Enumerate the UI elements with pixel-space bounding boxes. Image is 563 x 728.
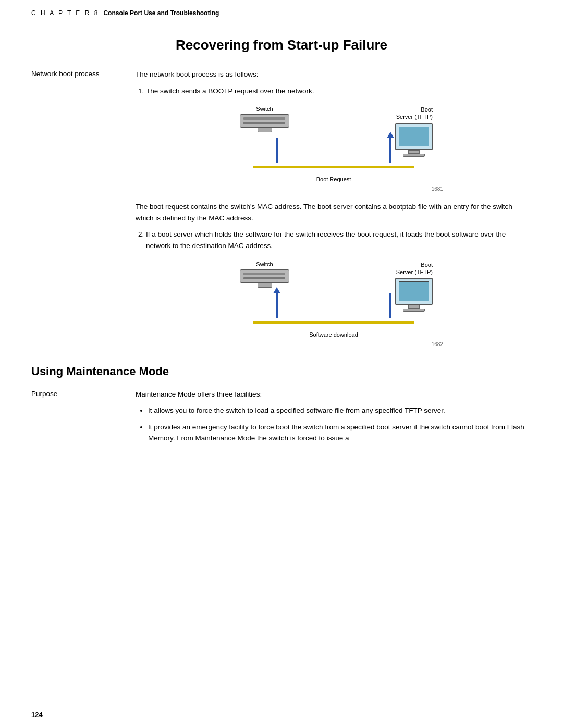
- bullet-1: It allows you to force the switch to loa…: [148, 405, 532, 416]
- purpose-label: Purpose: [31, 389, 136, 449]
- steps-list-2: If a boot server which holds the softwar…: [146, 229, 532, 251]
- purpose-section: Purpose Maintenance Mode offers three fa…: [31, 389, 532, 449]
- diagram2-caption: Software download: [309, 331, 358, 338]
- steps-list: The switch sends a BOOTP request over th…: [146, 85, 532, 97]
- diagram1-yellow-line: [253, 166, 414, 168]
- purpose-intro: Maintenance Mode offers three facilities…: [136, 389, 532, 400]
- diagram1-caption: Boot Request: [316, 176, 351, 182]
- network-boot-intro: The network boot process is as follows:: [136, 69, 532, 80]
- diagram1-right-line: [389, 138, 391, 163]
- diagram1-server-label: BootServer (TFTP): [395, 106, 433, 121]
- network-boot-body: The network boot process is as follows: …: [136, 69, 532, 356]
- step-2: If a boot server which holds the softwar…: [146, 229, 532, 251]
- diagram2-id: 1682: [432, 341, 443, 347]
- diagram1-container: Switch BootServer (TFTP): [136, 106, 532, 192]
- page: C H A P T E R 8 Console Port Use and Tro…: [0, 0, 563, 728]
- page-header: C H A P T E R 8 Console Port Use and Tro…: [0, 0, 563, 21]
- diagram2-yellow-line: [253, 321, 414, 324]
- diagram1-arrow-up: [387, 132, 394, 138]
- diagram2-container: Switch BootServer (TFTP): [136, 261, 532, 347]
- network-boot-section: Network boot process The network boot pr…: [31, 69, 532, 356]
- chapter-label: C H A P T E R 8: [31, 9, 99, 17]
- diagram2-right-line: [389, 293, 391, 318]
- network-boot-label: Network boot process: [31, 69, 136, 356]
- purpose-bullets: It allows you to force the switch to loa…: [148, 405, 532, 444]
- diagram1-id: 1681: [432, 186, 443, 192]
- diagram2-switch-label: Switch: [240, 261, 289, 267]
- page-content: Recovering from Start-up Failure Network…: [0, 21, 563, 478]
- diagram2: Switch BootServer (TFTP): [224, 261, 443, 347]
- section2-title: Using Maintenance Mode: [31, 365, 532, 378]
- diagram1: Switch BootServer (TFTP): [224, 106, 443, 192]
- diagram1-switch-label: Switch: [240, 106, 289, 112]
- diagram2-server-label: BootServer (TFTP): [395, 261, 433, 276]
- diagram1-left-line: [276, 138, 278, 163]
- purpose-body: Maintenance Mode offers three facilities…: [136, 389, 532, 449]
- chapter-title: Console Port Use and Troubleshooting: [103, 9, 219, 17]
- page-number: 124: [31, 711, 43, 719]
- diagram2-arrow-up: [273, 287, 280, 293]
- boot-request-para: The boot request contains the switch's M…: [136, 201, 532, 224]
- bullet-2: It provides an emergency facility to for…: [148, 422, 532, 444]
- section1-title: Recovering from Start-up Failure: [31, 37, 532, 53]
- diagram2-left-line: [276, 293, 278, 318]
- step-1: The switch sends a BOOTP request over th…: [146, 85, 532, 97]
